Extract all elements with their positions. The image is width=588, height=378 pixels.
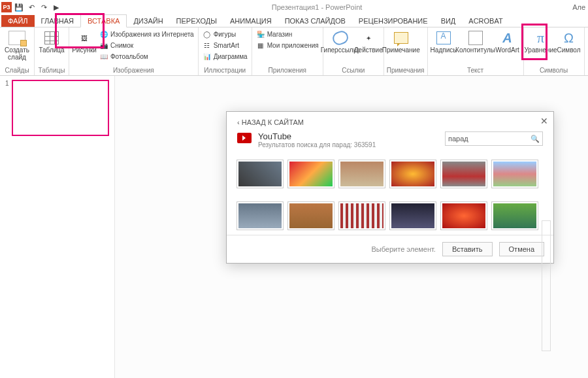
header-footer-button[interactable]: Колонтитулы [458,29,493,54]
dialog-close-button[interactable]: ✕ [540,116,548,126]
chart-label: Диаграмма [214,53,248,60]
video-results-grid [227,155,553,235]
slideshow-icon[interactable]: ▶ [51,2,61,12]
group-slides: Создать слайд Слайды [0,27,35,75]
group-comments: Примечание Примечания [384,27,428,75]
slide-canvas[interactable]: ✕ ‹ НАЗАД К САЙТАМ YouTube Результатов п… [115,76,588,378]
dialog-footer: Выберите элемент. Вставить Отмена [227,235,553,263]
tab-transitions[interactable]: ПЕРЕХОДЫ [170,15,223,27]
search-value: парад [448,135,468,143]
my-apps-label: Мои приложения [267,42,319,49]
action-button[interactable]: ✦Действие [356,29,381,54]
table-button[interactable]: Таблица [37,29,66,54]
new-slide-button[interactable]: Создать слайд [3,29,31,61]
group-apps: 🏪Магазин ▦Мои приложения Приложения [252,27,323,75]
video-source-title: YouTube [258,131,438,141]
hyperlink-icon [331,29,350,46]
wordart-button[interactable]: AWordArt [495,29,521,54]
video-result-5[interactable] [441,160,487,188]
table-label: Таблица [39,46,64,54]
back-to-sites-link[interactable]: ‹ НАЗАД К САЙТАМ [227,112,553,129]
slide-thumb-1[interactable]: 1 [5,80,109,136]
group-media: Видео 🔊Звук Запись экрана Мультимедиа [585,27,588,75]
wordart-label: WordArt [495,46,519,54]
pictures-label: Рисунки [72,46,97,54]
symbol-button[interactable]: ΩСимвол [557,29,581,54]
tab-view[interactable]: ВИД [434,15,463,27]
store-button[interactable]: 🏪Магазин [255,29,320,39]
video-result-9[interactable] [339,202,385,230]
group-apps-label: Приложения [255,66,320,75]
video-result-4[interactable] [390,160,436,188]
video-result-2[interactable] [288,160,334,188]
tab-home[interactable]: ГЛАВНАЯ [35,15,80,27]
video-result-7[interactable] [237,202,283,230]
hyperlink-button[interactable]: Гиперссылка [326,29,355,54]
group-comments-label: Примечания [387,66,425,75]
insert-video-dialog: ✕ ‹ НАЗАД К САЙТАМ YouTube Результатов п… [226,111,554,264]
my-apps-button[interactable]: ▦Мои приложения [255,40,320,50]
video-result-3[interactable] [339,160,385,188]
ribbon: Создать слайд Слайды Таблица Таблицы 🖼 Р… [0,27,588,76]
online-pictures-button[interactable]: 🌐Изображения из Интернета [98,29,195,39]
photo-album-label: Фотоальбом [110,53,148,60]
screenshot-icon: 📷 [99,41,108,50]
wordart-icon: A [498,30,517,46]
video-result-6[interactable] [492,160,538,188]
insert-button[interactable]: Вставить [442,242,493,256]
comment-button[interactable]: Примечание [387,29,416,54]
comment-icon [394,32,408,44]
search-icon[interactable]: 🔍 [531,135,540,143]
smartart-button[interactable]: ☷SmartArt [201,40,249,50]
online-pictures-label: Изображения из Интернета [110,31,194,38]
results-scrollbar[interactable] [542,220,551,351]
tab-insert[interactable]: ВСТАВКА [80,14,127,27]
user-name[interactable]: Але [572,3,588,11]
search-result-count: Результатов поиска для парад: 363591 [258,141,438,148]
tab-review[interactable]: РЕЦЕНЗИРОВАНИЕ [352,15,434,27]
slide-thumbnail[interactable] [12,80,109,136]
shapes-button[interactable]: ◯Фигуры [201,29,249,39]
tab-animation[interactable]: АНИМАЦИЯ [223,15,278,27]
video-result-8[interactable] [288,202,334,230]
ribbon-tabs: ФАЙЛ ГЛАВНАЯ ВСТАВКА ДИЗАЙН ПЕРЕХОДЫ АНИ… [0,14,588,27]
slide-thumbnails-pane[interactable]: 1 [0,76,115,378]
textbox-button[interactable]: Надпись [431,29,457,54]
online-pictures-icon: 🌐 [99,29,108,39]
redo-icon[interactable]: ↷ [39,2,49,12]
tab-file[interactable]: ФАЙЛ [1,15,35,27]
equation-button[interactable]: πУравнение [527,29,555,54]
chart-button[interactable]: 📊Диаграмма [201,51,249,61]
workspace: 1 ✕ ‹ НАЗАД К САЙТАМ YouTube Результатов… [0,76,588,378]
group-text-label: Текст [431,66,521,75]
pictures-button[interactable]: 🖼 Рисунки [72,29,97,54]
video-result-12[interactable] [492,202,538,230]
cancel-button[interactable]: Отмена [499,242,544,256]
undo-icon[interactable]: ↶ [26,2,37,12]
group-tables: Таблица Таблицы [35,27,69,75]
new-slide-label: Создать слайд [3,46,31,61]
tab-slideshow[interactable]: ПОКАЗ СЛАЙДОВ [278,15,352,27]
symbol-icon: Ω [560,30,578,46]
group-illustrations: ◯Фигуры ☷SmartArt 📊Диаграмма Иллюстрации [199,27,252,75]
store-label: Магазин [267,31,293,38]
equation-label: Уравнение [524,46,557,54]
photo-album-button[interactable]: 📖Фотоальбом [98,51,195,61]
video-result-1[interactable] [237,160,283,188]
tab-design[interactable]: ДИЗАЙН [127,15,169,27]
action-label: Действие [354,46,383,54]
chart-icon: 📊 [203,52,212,61]
screenshot-button[interactable]: 📷Снимок [98,40,195,50]
action-icon: ✦ [359,30,378,46]
powerpoint-logo-icon: P3 [1,2,12,12]
tab-acrobat[interactable]: ACROBAT [462,15,509,27]
new-slide-icon [8,31,25,45]
video-search-input[interactable]: парад 🔍 [445,131,543,146]
comment-label: Примечание [382,46,420,54]
save-icon[interactable]: 💾 [14,2,24,12]
smartart-label: SmartArt [214,42,239,49]
my-apps-icon: ▦ [256,41,265,50]
video-result-11[interactable] [441,202,487,230]
table-icon [44,31,59,44]
video-result-10[interactable] [390,202,436,230]
